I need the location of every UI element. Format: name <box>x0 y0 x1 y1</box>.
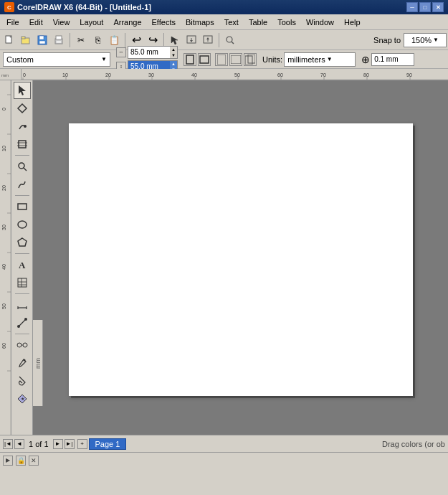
page-size-2[interactable] <box>229 53 242 66</box>
svg-marker-65 <box>18 104 27 113</box>
close-button[interactable]: ✕ <box>432 2 444 12</box>
toolbar-separator-2 <box>125 33 125 47</box>
portrait-icon[interactable] <box>184 53 196 66</box>
width-icon: ↔ <box>116 47 126 57</box>
pick-tool[interactable] <box>14 82 31 99</box>
table-tool[interactable] <box>14 274 31 291</box>
preset-dropdown-arrow: ▼ <box>101 56 107 62</box>
next-page-button[interactable]: ► <box>53 439 63 449</box>
svg-text:10: 10 <box>1 146 6 151</box>
svg-rect-5 <box>39 36 44 39</box>
menu-file[interactable]: File <box>1 16 24 28</box>
tool-separator-2 <box>15 195 29 196</box>
menu-layout[interactable]: Layout <box>75 16 108 28</box>
menu-bitmaps[interactable]: Bitmaps <box>181 16 219 28</box>
canvas-area[interactable]: mm <box>33 80 448 435</box>
first-page-button[interactable]: |◄ <box>3 439 13 449</box>
toolbar-right: Snap to 150% ▼ <box>373 33 447 47</box>
last-page-button[interactable]: ►| <box>65 439 75 449</box>
menu-table[interactable]: Table <box>244 16 272 28</box>
page-tab[interactable]: Page 1 <box>89 438 127 450</box>
svg-rect-9 <box>56 41 62 43</box>
svg-point-66 <box>24 125 27 128</box>
prev-page-button[interactable]: ◄ <box>14 439 24 449</box>
svg-text:50: 50 <box>234 72 240 77</box>
svg-rect-72 <box>18 204 27 209</box>
fill-tool[interactable] <box>14 372 31 390</box>
svg-rect-8 <box>56 36 62 39</box>
svg-rect-20 <box>200 56 209 63</box>
menu-bar: File Edit View Layout Arrange Effects Bi… <box>0 14 448 30</box>
menu-window[interactable]: Window <box>301 16 339 28</box>
preset-dropdown[interactable]: Custom ▼ <box>3 52 110 67</box>
page-size-3[interactable] <box>244 53 257 66</box>
units-label: Units: <box>262 55 282 64</box>
copy-button[interactable]: ⎘ <box>90 32 105 48</box>
layer-button[interactable]: ✕ <box>29 456 39 466</box>
page-size-1[interactable] <box>215 53 228 66</box>
new-button[interactable] <box>1 32 17 48</box>
svg-text:80: 80 <box>363 72 369 77</box>
print-button[interactable] <box>51 32 67 48</box>
svg-text:★: ★ <box>21 397 24 401</box>
crop-tool[interactable] <box>14 136 31 153</box>
svg-point-70 <box>19 163 24 169</box>
svg-line-18 <box>232 42 234 44</box>
blend-tool[interactable] <box>14 336 31 354</box>
window-controls[interactable]: ─ □ ✕ <box>406 2 444 12</box>
app-icon: C <box>4 2 14 12</box>
horizontal-ruler: 0 10 20 30 40 50 60 70 80 90 <box>22 69 448 80</box>
import-button[interactable] <box>184 32 199 48</box>
svg-text:50: 50 <box>1 303 6 309</box>
shape-tool[interactable] <box>14 100 31 117</box>
nudge-input[interactable]: 0.1 mm <box>371 53 414 66</box>
svg-text:20: 20 <box>1 185 6 191</box>
add-page-button[interactable]: + <box>77 439 87 449</box>
text-tool[interactable]: A <box>14 256 31 273</box>
dropper-tool[interactable] <box>14 354 31 372</box>
polygon-tool[interactable] <box>14 234 31 251</box>
cut-button[interactable]: ✂ <box>73 32 89 48</box>
svg-point-87 <box>23 343 27 347</box>
rectangle-tool[interactable] <box>14 198 31 215</box>
zoom-level-display[interactable]: 150% ▼ <box>404 33 447 47</box>
save-button[interactable] <box>34 32 50 48</box>
landscape-icon[interactable] <box>198 53 211 66</box>
svg-text:40: 40 <box>191 72 197 77</box>
lock-button[interactable]: 🔒 <box>16 456 26 466</box>
minimize-button[interactable]: ─ <box>406 2 418 12</box>
menu-view[interactable]: View <box>48 16 75 28</box>
connector-tool[interactable] <box>14 314 31 331</box>
zoom-icon[interactable] <box>222 32 238 48</box>
ellipse-tool[interactable] <box>14 216 31 233</box>
dimension-tool[interactable] <box>14 296 31 314</box>
freehand-tool[interactable] <box>14 176 31 193</box>
restore-button[interactable]: □ <box>419 2 431 12</box>
page-info: 1 of 1 <box>29 440 49 448</box>
menu-help[interactable]: Help <box>339 16 366 28</box>
status-bar: |◄ ◄ 1 of 1 ► ►| + Page 1 Drag colors (o… <box>0 435 448 452</box>
smart-fill-tool[interactable]: ★ <box>14 390 31 407</box>
play-button[interactable]: ▶ <box>3 456 13 466</box>
toolbox: A ★ <box>11 80 33 435</box>
svg-rect-76 <box>18 278 27 287</box>
menu-effects[interactable]: Effects <box>147 16 181 28</box>
svg-point-86 <box>17 343 22 347</box>
smear-tool[interactable] <box>14 118 31 135</box>
menu-arrange[interactable]: Arrange <box>108 16 146 28</box>
canvas-paper[interactable] <box>69 123 413 396</box>
svg-text:70: 70 <box>320 72 326 77</box>
width-input[interactable]: 85.0 mm ▲ ▼ <box>128 46 178 59</box>
menu-edit[interactable]: Edit <box>24 16 48 28</box>
svg-rect-19 <box>186 55 194 64</box>
units-dropdown[interactable]: millimeters ▼ <box>284 52 356 67</box>
svg-text:20: 20 <box>105 72 111 77</box>
open-button[interactable] <box>18 32 34 48</box>
zoom-tool[interactable] <box>14 158 31 175</box>
menu-tools[interactable]: Tools <box>272 16 301 28</box>
svg-marker-74 <box>18 238 27 246</box>
svg-point-89 <box>23 359 25 362</box>
export-button[interactable] <box>200 32 216 48</box>
menu-text[interactable]: Text <box>219 16 244 28</box>
svg-text:mm: mm <box>1 73 9 77</box>
